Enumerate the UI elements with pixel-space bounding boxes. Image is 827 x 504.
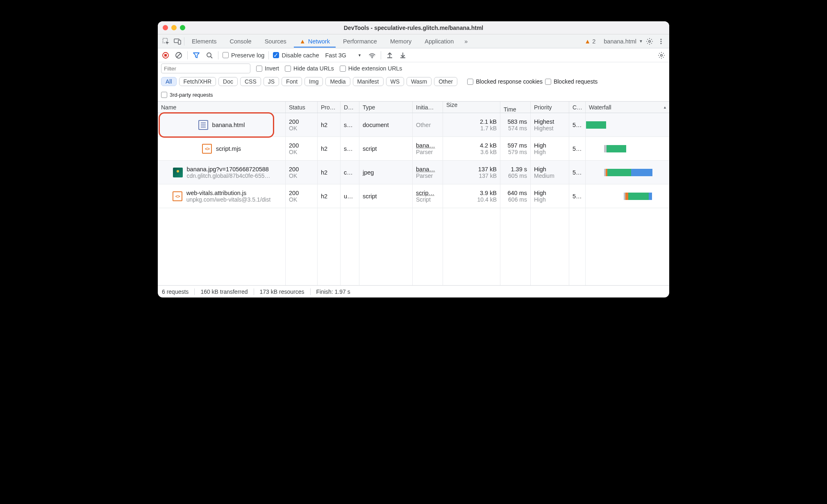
type-chip-css[interactable]: CSS <box>240 77 261 86</box>
blocked-requests-checkbox[interactable]: Blocked requests <box>545 78 598 85</box>
separator <box>218 51 218 59</box>
script-icon <box>202 144 212 154</box>
type-chip-media[interactable]: Media <box>325 77 350 86</box>
issues-count[interactable]: 2 <box>592 38 595 45</box>
type-chip-manifest[interactable]: Manifest <box>353 77 384 86</box>
type-chip-wasm[interactable]: Wasm <box>407 77 432 86</box>
requests-grid: Name Status Pro… D… Type Initia… Size Ti… <box>158 102 669 285</box>
svg-point-4 <box>660 39 661 40</box>
svg-rect-8 <box>164 54 167 57</box>
invert-checkbox[interactable]: Invert <box>256 65 279 72</box>
col-size[interactable]: Size <box>443 102 500 113</box>
kebab-menu-icon[interactable] <box>656 36 666 46</box>
record-icon[interactable] <box>161 51 170 60</box>
preserve-log-checkbox[interactable]: Preserve log <box>223 52 264 59</box>
maximize-icon[interactable] <box>180 25 185 30</box>
svg-line-10 <box>177 53 181 57</box>
type-chip-ws[interactable]: WS <box>386 77 404 86</box>
traffic-lights <box>163 25 185 30</box>
svg-point-13 <box>372 57 373 58</box>
table-row[interactable]: banana.jpg?v=1705668720588cdn.glitch.glo… <box>158 161 669 184</box>
window-title: DevTools - speculative-rules.glitch.me/b… <box>158 25 669 31</box>
type-chip-font[interactable]: Font <box>282 77 302 86</box>
tab-elements[interactable]: Elements <box>186 36 222 47</box>
hide-ext-urls-checkbox[interactable]: Hide extension URLs <box>340 65 402 72</box>
svg-rect-2 <box>178 40 181 44</box>
filter-input[interactable] <box>161 64 250 73</box>
tab-performance[interactable]: Performance <box>337 36 383 47</box>
svg-point-11 <box>207 53 211 57</box>
col-type[interactable]: Type <box>359 102 413 113</box>
blocked-requests-label: Blocked requests <box>554 78 598 85</box>
type-filter-bar: All Fetch/XHR Doc CSS JS Font Img Media … <box>158 75 669 89</box>
device-toggle-icon[interactable] <box>173 36 182 46</box>
main-tabs: Elements Console Sources ▲ Network Perfo… <box>158 34 669 48</box>
table-row[interactable]: web-vitals.attribution.jsunpkg.com/web-v… <box>158 184 669 208</box>
issues-warning-icon[interactable]: ▲ <box>584 38 591 45</box>
tab-label: Sources <box>265 38 286 45</box>
filter-icon[interactable] <box>192 51 201 60</box>
filter-bar: Invert Hide data URLs Hide extension URL… <box>158 62 669 75</box>
type-chip-js[interactable]: JS <box>264 77 279 86</box>
tab-label: Network <box>308 38 330 45</box>
separator <box>187 51 188 59</box>
col-protocol[interactable]: Pro… <box>318 102 341 113</box>
settings-icon[interactable] <box>645 36 654 46</box>
col-waterfall[interactable]: Waterfall <box>586 102 669 113</box>
import-har-icon[interactable] <box>398 51 407 60</box>
clear-icon[interactable] <box>174 51 183 60</box>
panel-settings-icon[interactable] <box>657 51 666 60</box>
type-chip-all[interactable]: All <box>161 77 177 86</box>
col-initiator[interactable]: Initia… <box>413 102 443 113</box>
chevron-down-icon: ▼ <box>639 39 643 43</box>
inspect-icon[interactable] <box>161 36 171 46</box>
tab-application[interactable]: Application <box>419 36 459 47</box>
type-chip-fetch[interactable]: Fetch/XHR <box>179 77 216 86</box>
third-party-row: 3rd-party requests <box>158 89 669 102</box>
col-priority[interactable]: Priority <box>531 102 569 113</box>
search-icon[interactable] <box>205 51 214 60</box>
status-finish: Finish: 1.97 s <box>316 288 350 295</box>
export-har-icon[interactable] <box>385 51 394 60</box>
script-icon <box>173 191 182 201</box>
separator <box>184 37 184 45</box>
table-row[interactable]: script.mjs200OKh2sp…scriptbana…Parser4.2… <box>158 137 669 161</box>
svg-point-5 <box>660 41 661 42</box>
tab-console[interactable]: Console <box>224 36 257 47</box>
tab-network[interactable]: ▲ Network <box>294 35 336 47</box>
document-icon <box>198 120 208 130</box>
tab-label: Application <box>425 38 454 45</box>
tab-sources[interactable]: Sources <box>259 36 292 47</box>
throttling-select[interactable]: Fast 3G ▼ <box>323 51 364 60</box>
col-name[interactable]: Name <box>158 102 286 113</box>
hide-data-urls-checkbox[interactable]: Hide data URLs <box>285 65 334 72</box>
minimize-icon[interactable] <box>171 25 177 30</box>
tab-memory[interactable]: Memory <box>384 36 417 47</box>
hide-data-urls-label: Hide data URLs <box>293 65 334 72</box>
status-bar: 6 requests 160 kB transferred 173 kB res… <box>158 285 669 297</box>
col-time[interactable]: Time <box>500 102 531 113</box>
more-tabs-icon[interactable]: » <box>461 36 471 46</box>
third-party-checkbox[interactable]: 3rd-party requests <box>161 92 213 98</box>
blocked-cookies-checkbox[interactable]: Blocked response cookies <box>467 78 543 85</box>
table-row[interactable]: banana.html200OKh2sp…documentOther2.1 kB… <box>158 113 669 137</box>
type-chip-doc[interactable]: Doc <box>218 77 238 86</box>
col-status[interactable]: Status <box>286 102 318 113</box>
svg-point-6 <box>660 43 661 44</box>
network-conditions-icon[interactable] <box>368 51 377 60</box>
close-icon[interactable] <box>163 25 168 30</box>
type-chip-other[interactable]: Other <box>434 77 457 86</box>
grid-header[interactable]: Name Status Pro… D… Type Initia… Size Ti… <box>158 102 669 113</box>
type-chip-img[interactable]: Img <box>304 77 323 86</box>
titlebar: DevTools - speculative-rules.glitch.me/b… <box>158 21 669 34</box>
col-domain[interactable]: D… <box>341 102 359 113</box>
target-selector[interactable]: banana.html ▼ <box>604 38 643 45</box>
status-transferred: 160 kB transferred <box>200 288 248 295</box>
tab-label: Memory <box>390 38 411 45</box>
svg-line-12 <box>211 57 212 58</box>
col-connection[interactable]: C… <box>569 102 586 113</box>
disable-cache-checkbox[interactable]: ✓Disable cache <box>273 52 319 59</box>
separator <box>268 51 269 59</box>
tab-label: Console <box>229 38 251 45</box>
throttling-label: Fast 3G <box>325 52 346 59</box>
